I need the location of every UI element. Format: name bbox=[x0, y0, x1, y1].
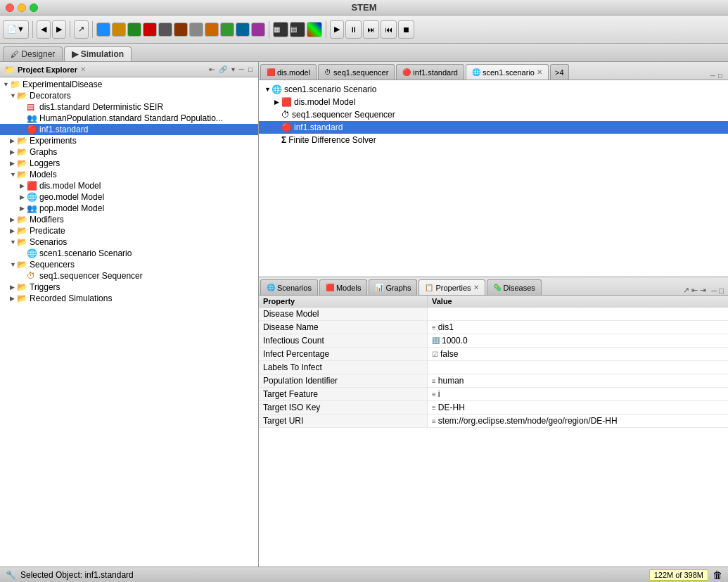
back-button[interactable]: ◀ bbox=[37, 20, 51, 39]
tab-close-icon[interactable]: ✕ bbox=[537, 68, 542, 76]
prop-row-target-feature[interactable]: Target Feature ≡ i bbox=[259, 388, 728, 401]
tab-models[interactable]: 🟥 Models bbox=[319, 279, 367, 295]
tree-item-graphs[interactable]: ▶ 📂 Graphs bbox=[0, 146, 258, 158]
prop-row-target-iso-key[interactable]: Target ISO Key ≡ DE-HH bbox=[259, 401, 728, 415]
run-external-button[interactable]: ↗ bbox=[74, 20, 89, 39]
color-button[interactable] bbox=[307, 22, 322, 37]
open-in-editor-button[interactable]: ↗ bbox=[683, 286, 689, 295]
minimize-button[interactable] bbox=[18, 4, 26, 12]
expand-arrow: ▼ bbox=[264, 86, 272, 93]
tree-item-scen1scenario[interactable]: 🌐 scen1.scenario Scenario bbox=[0, 248, 258, 259]
tree-item-inf1standard[interactable]: 🔴 inf1.standard bbox=[0, 124, 258, 135]
tree-item-sequencers[interactable]: ▼ 📂 Sequencers bbox=[0, 259, 258, 270]
expand-all-props-button[interactable]: ⇥ bbox=[700, 286, 706, 295]
grid2-button[interactable]: ▤ bbox=[290, 22, 305, 37]
maximize-panel-button[interactable]: □ bbox=[247, 65, 254, 73]
tool6-button[interactable] bbox=[251, 23, 265, 37]
tree-item-loggers[interactable]: ▶ 📂 Loggers bbox=[0, 158, 258, 169]
designer-tab[interactable]: 🖊 Designer bbox=[3, 46, 63, 61]
minimize-panel-button[interactable]: ─ bbox=[238, 65, 245, 73]
tree-item-humanpopulation[interactable]: 👥 HumanPopulation.standard Standard Popu… bbox=[0, 113, 258, 124]
forward-button[interactable]: ▶ bbox=[52, 20, 66, 39]
tree-item-experimentaldisease[interactable]: ▼ 📁 ExperimentalDisease bbox=[0, 79, 258, 90]
tree-item-decorators[interactable]: ▼ 📂 Decorators bbox=[0, 90, 258, 101]
tree-item-popmodel[interactable]: ▶ 👥 pop.model Model bbox=[0, 203, 258, 214]
inf-tab-icon: 🔴 bbox=[402, 68, 411, 76]
properties-tab-close[interactable]: ✕ bbox=[473, 284, 479, 291]
tab-dis-model[interactable]: 🟥 dis.model bbox=[260, 64, 317, 80]
reset-button[interactable]: ⏮ bbox=[381, 20, 397, 39]
tool4-button[interactable] bbox=[220, 23, 234, 37]
new-button[interactable]: 📄▼ bbox=[3, 20, 29, 39]
clock-button[interactable] bbox=[127, 23, 141, 37]
prop-row-disease-name[interactable]: Disease Name ≡ dis1 bbox=[259, 321, 728, 334]
collapse-all-button[interactable]: ⇤ bbox=[207, 65, 216, 73]
collapse-all-props-button[interactable]: ⇤ bbox=[691, 286, 698, 295]
grid1-button[interactable]: ▦ bbox=[273, 22, 288, 37]
tree-label: dis1.standard Deterministic SEIR bbox=[39, 102, 163, 112]
link-editor-button[interactable]: 🔗 bbox=[217, 65, 229, 73]
scenario-item-root[interactable]: ▼ 🌐 scen1.scenario Scenario bbox=[259, 83, 728, 96]
tab-graphs[interactable]: 📊 Graphs bbox=[369, 279, 417, 295]
tree-item-predicate[interactable]: ▶ 📂 Predicate bbox=[0, 225, 258, 236]
tree-item-scenarios[interactable]: ▼ 📂 Scenarios bbox=[0, 236, 258, 248]
tab-properties[interactable]: 📋 Properties ✕ bbox=[419, 279, 485, 295]
tree-item-modifiers[interactable]: ▶ 📂 Modifiers bbox=[0, 214, 258, 225]
prop-row-disease-model[interactable]: Disease Model bbox=[259, 308, 728, 321]
tree-item-dismodel[interactable]: ▶ 🟥 dis.model Model bbox=[0, 180, 258, 191]
pause-button[interactable]: ⏸ bbox=[345, 20, 362, 39]
scenario-item-inf1[interactable]: 🔴 inf1.standard bbox=[259, 121, 728, 134]
expand-arrow: ▶ bbox=[274, 99, 281, 106]
prop-row-labels-to-infect[interactable]: Labels To Infect bbox=[259, 361, 728, 374]
simulation-tab[interactable]: ▶ Simulation bbox=[64, 46, 132, 61]
tree-item-recorded-simulations[interactable]: ▶ 📂 Recorded Simulations bbox=[0, 293, 258, 304]
close-button[interactable] bbox=[6, 4, 14, 12]
play-button[interactable]: ▶ bbox=[330, 20, 344, 39]
stop-button[interactable]: ⏹ bbox=[398, 20, 414, 39]
globe-button[interactable] bbox=[96, 23, 110, 37]
tree-item-dis1standard[interactable]: ▤ dis1.standard Deterministic SEIR bbox=[0, 101, 258, 113]
db-button[interactable] bbox=[158, 23, 172, 37]
tree-item-seq1sequencer[interactable]: ⏱ seq1.sequencer Sequencer bbox=[0, 270, 258, 281]
scenario-item-solver[interactable]: Σ Finite Difference Solver bbox=[259, 134, 728, 146]
maximize-bottom-button[interactable]: □ bbox=[719, 286, 724, 295]
folder-icon: 📂 bbox=[17, 147, 28, 157]
main-area: 📁 Project Explorer ✕ ⇤ 🔗 ▾ ─ □ ▼ 📁 Exper… bbox=[0, 62, 728, 567]
tool5-button[interactable] bbox=[236, 23, 250, 37]
maximize-editor-button[interactable]: □ bbox=[717, 72, 724, 80]
minimize-bottom-button[interactable]: ─ bbox=[712, 286, 717, 295]
tab-seq1-sequencer[interactable]: ⏱ seq1.sequencer bbox=[318, 64, 395, 80]
map-button[interactable] bbox=[112, 23, 126, 37]
back-icon: ◀ bbox=[41, 25, 46, 34]
prop-value-icon: ≡ bbox=[432, 377, 436, 385]
tool2-button[interactable] bbox=[189, 23, 203, 37]
prop-row-infect-percentage[interactable]: Infect Percentage ☑ false bbox=[259, 348, 728, 361]
seq-icon: ⏱ bbox=[324, 68, 331, 76]
tab-inf1-standard[interactable]: 🔴 inf1.standard bbox=[396, 64, 464, 80]
run-ext-icon: ↗ bbox=[78, 25, 84, 34]
panel-menu-button[interactable]: ▾ bbox=[230, 65, 236, 73]
tool3-button[interactable] bbox=[205, 23, 219, 37]
sequencer-icon: ⏱ bbox=[27, 271, 38, 281]
tree-item-triggers[interactable]: ▶ 📂 Triggers bbox=[0, 281, 258, 293]
chart-button[interactable] bbox=[143, 23, 157, 37]
tab-scen1-scenario[interactable]: 🌐 scen1.scenario ✕ bbox=[466, 64, 549, 80]
prop-row-target-uri[interactable]: Target URI ≡ stem://org.eclipse.stem/nod… bbox=[259, 415, 728, 428]
tab-scenarios[interactable]: 🌐 Scenarios bbox=[260, 279, 318, 295]
tab-overflow[interactable]: > 4 bbox=[550, 64, 569, 80]
tree-item-models[interactable]: ▼ 📂 Models bbox=[0, 169, 258, 180]
tree-label: Predicate bbox=[30, 226, 65, 236]
tree-label: Decorators bbox=[30, 91, 71, 101]
scenario-item-dismodel[interactable]: ▶ 🟥 dis.model Model bbox=[259, 96, 728, 108]
prop-row-population-identifier[interactable]: Population Identifier ≡ human bbox=[259, 374, 728, 388]
scenario-item-sequencer[interactable]: ⏱ seq1.sequencer Sequencer bbox=[259, 108, 728, 121]
tab-diseases[interactable]: 🦠 Diseases bbox=[487, 279, 542, 295]
maximize-button[interactable] bbox=[30, 4, 38, 12]
minimize-editor-button[interactable]: ─ bbox=[709, 72, 717, 80]
tool1-button[interactable] bbox=[174, 23, 188, 37]
tree-item-experiments[interactable]: ▶ 📂 Experiments bbox=[0, 135, 258, 146]
gc-button[interactable]: 🗑 bbox=[713, 569, 722, 581]
tree-item-geomodel[interactable]: ▶ 🌐 geo.model Model bbox=[0, 191, 258, 203]
prop-row-infectious-count[interactable]: Infectious Count 🔢 1000.0 bbox=[259, 334, 728, 348]
step-button[interactable]: ⏭ bbox=[363, 20, 379, 39]
